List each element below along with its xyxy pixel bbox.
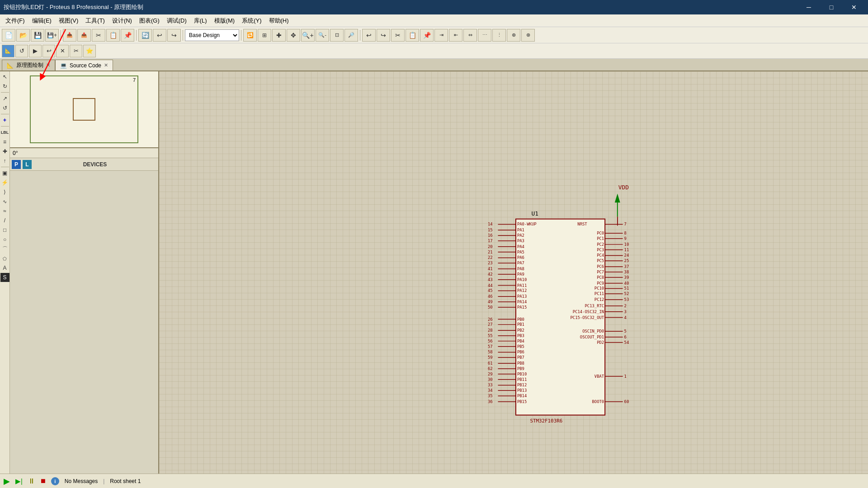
tb2-delete[interactable]: ✕ [56, 45, 69, 57]
tab-source[interactable]: 💻 Source Code ✕ [55, 60, 113, 70]
mirror-button[interactable]: ⇔ [463, 29, 477, 42]
lt-up[interactable]: ↑ [0, 156, 9, 165]
menu-debug[interactable]: 调试(D) [163, 16, 190, 26]
zoom-in-button[interactable]: 🔍+ [301, 29, 315, 42]
more3-button[interactable]: ⊕ [507, 29, 520, 42]
lt-sep3 [1, 126, 9, 127]
vdd-power: VDD [615, 184, 629, 217]
zoom-area-button[interactable]: 🔎 [344, 29, 358, 42]
lt-rect[interactable]: □ [0, 225, 9, 235]
cross-button[interactable]: ✚ [272, 29, 286, 42]
new-button[interactable]: 📄 [2, 29, 15, 42]
svg-text:21: 21 [488, 250, 493, 254]
close-button[interactable]: ✕ [844, 0, 864, 14]
lt-rotate[interactable]: ↻ [0, 82, 9, 91]
svg-text:PB4: PB4 [517, 339, 524, 343]
tb2-star[interactable]: ⭐ [83, 45, 96, 57]
grid-button[interactable]: ⊞ [258, 29, 271, 42]
refresh-button[interactable]: 🔁 [243, 29, 257, 42]
lt-diode[interactable]: ⟩ [0, 188, 9, 197]
minimize-button[interactable]: ─ [798, 0, 819, 14]
tab-schematic-close[interactable]: ✕ [46, 62, 50, 68]
menu-tools[interactable]: 工具(T) [82, 16, 108, 26]
pan-button[interactable]: ✥ [287, 29, 300, 42]
lt-bus[interactable]: ≈ [0, 206, 9, 216]
redo2-button[interactable]: ↪ [377, 29, 390, 42]
base-design-select[interactable]: Base Design [185, 29, 239, 41]
device-list[interactable] [10, 171, 158, 474]
menu-view[interactable]: 视图(V) [55, 16, 82, 26]
maximize-button[interactable]: □ [821, 0, 842, 14]
svg-text:PC3: PC3 [597, 248, 604, 252]
align1-button[interactable]: ⇥ [434, 29, 448, 42]
tb2-rotate[interactable]: ↺ [15, 45, 28, 57]
lt-select[interactable]: ↖ [0, 72, 9, 81]
save-button[interactable]: 💾 [31, 29, 44, 42]
schematic-btn[interactable]: 📐 [2, 45, 14, 57]
copy2-button[interactable]: 📋 [406, 29, 419, 42]
lt-pin[interactable]: ✚ [0, 147, 9, 156]
stop-button[interactable]: ■ [41, 476, 46, 486]
menu-design[interactable]: 设计(N) [108, 16, 136, 26]
copy-button[interactable]: 📋 [106, 29, 120, 42]
lt-text[interactable]: A [0, 263, 9, 272]
lt-rotate2[interactable]: ↺ [0, 103, 9, 113]
svg-text:22: 22 [488, 255, 493, 260]
canvas-area[interactable]: VDD U1 STM32F103R6 14 PA0-WKUP 15 PA1 [159, 71, 868, 474]
redo-button[interactable]: ↪ [167, 29, 181, 42]
open-button[interactable]: 📂 [16, 29, 30, 42]
svg-text:PA13: PA13 [517, 294, 527, 299]
cut2-button[interactable]: ✂ [391, 29, 405, 42]
svg-text:PA0-WKUP: PA0-WKUP [517, 222, 537, 226]
menu-edit[interactable]: 编辑(E) [28, 16, 55, 26]
device-l-button[interactable]: L [23, 160, 32, 169]
menu-system[interactable]: 系统(Y) [238, 16, 265, 26]
lt-probe[interactable]: ∿ [0, 197, 9, 206]
svg-text:BOOT0: BOOT0 [592, 399, 604, 404]
play-button[interactable]: ▶ [4, 476, 10, 486]
menu-help[interactable]: 帮助(H) [265, 16, 292, 26]
menu-library[interactable]: 库(L) [190, 16, 211, 26]
tb2-play[interactable]: ▶ [29, 45, 42, 57]
lt-circle[interactable]: ○ [0, 235, 9, 244]
tb2-undo[interactable]: ↩ [42, 45, 55, 57]
lt-symbol[interactable]: S [0, 273, 9, 282]
menu-template[interactable]: 模版(M) [211, 16, 239, 26]
lt-plus[interactable]: + [0, 116, 9, 125]
undo2-button[interactable]: ↩ [362, 29, 376, 42]
lt-line[interactable]: / [0, 216, 9, 225]
lt-draw2[interactable]: ⚡ [0, 178, 9, 187]
lt-lines[interactable]: ≡ [0, 137, 9, 146]
paste-button[interactable]: 📌 [121, 29, 134, 42]
lt-poly[interactable]: ⬠ [0, 254, 9, 263]
import-button[interactable]: 📥 [63, 29, 76, 42]
step-button[interactable]: ▶| [15, 477, 23, 485]
tab-schematic[interactable]: 📐 原理图绘制 ✕ [2, 60, 55, 70]
paste2-button[interactable]: 📌 [420, 29, 434, 42]
export-button[interactable]: 📤 [77, 29, 91, 42]
cut-button[interactable]: ✂ [92, 29, 105, 42]
svg-text:5: 5 [624, 329, 627, 333]
rotate-button[interactable]: 🔄 [138, 29, 152, 42]
zoom-out-button[interactable]: 🔍- [316, 29, 329, 42]
tab-source-close[interactable]: ✕ [104, 62, 108, 68]
save-all-button[interactable]: 💾+ [45, 29, 59, 42]
svg-text:1: 1 [624, 374, 627, 379]
svg-text:51: 51 [624, 286, 629, 291]
lt-lbl[interactable]: LBL [0, 128, 9, 137]
menu-graph[interactable]: 图表(G) [136, 16, 163, 26]
lt-arc[interactable]: ⌒ [0, 244, 9, 253]
lt-wire[interactable]: ↗ [0, 94, 9, 103]
tb2-mark[interactable]: ✂ [70, 45, 82, 57]
zoom-fit-button[interactable]: ⊡ [330, 29, 344, 42]
undo-button[interactable]: ↩ [153, 29, 166, 42]
more1-button[interactable]: ⋯ [478, 29, 491, 42]
align2-button[interactable]: ⇤ [449, 29, 462, 42]
more2-button[interactable]: ⋮ [492, 29, 506, 42]
menu-file[interactable]: 文件(F) [2, 16, 28, 26]
more4-button[interactable]: ⊗ [521, 29, 535, 42]
svg-text:PC6: PC6 [597, 264, 604, 269]
lt-draw1[interactable]: ▣ [0, 169, 9, 178]
device-p-button[interactable]: P [12, 160, 21, 169]
pause-button[interactable]: ⏸ [28, 477, 35, 485]
